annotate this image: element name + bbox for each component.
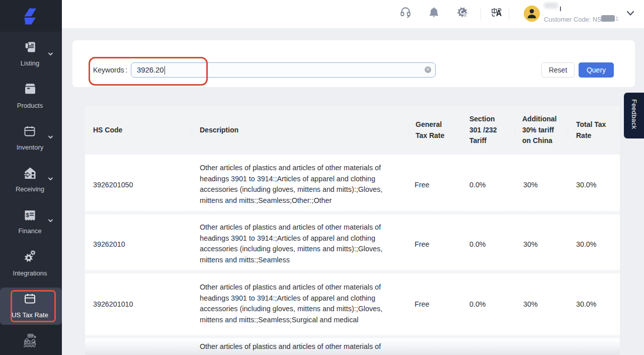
svg-text:$: $ — [26, 212, 29, 218]
